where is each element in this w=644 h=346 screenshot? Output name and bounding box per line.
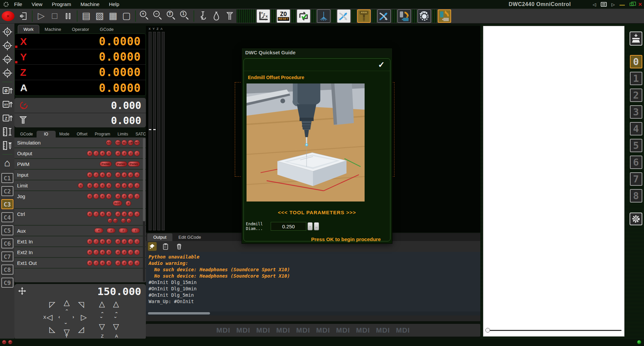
jog-z-step-down-icon[interactable]: › — [101, 315, 103, 320]
endmill-diameter-input[interactable]: 0.250 — [271, 222, 306, 231]
diameter-decrement-button[interactable]: - — [308, 222, 313, 230]
menu-help[interactable]: Help — [104, 0, 124, 9]
jog-se-button[interactable]: ◿ — [78, 326, 84, 333]
jog-a-up-button[interactable]: △ — [113, 300, 119, 308]
sidebar-button-c7[interactable]: C7 — [1, 251, 13, 262]
io-tab-offset[interactable]: Offset — [73, 131, 91, 137]
verify-program-button[interactable] — [297, 9, 310, 23]
jog-step-left-icon[interactable]: ‹ — [58, 314, 60, 319]
dialog-ok-check-icon[interactable]: ✓ — [378, 60, 385, 69]
mdi-button[interactable]: MDI — [276, 326, 290, 334]
jog-sw-button[interactable]: ◺ — [49, 326, 55, 333]
document-scrollbar[interactable] — [486, 330, 622, 331]
touchoff-xy-button[interactable]: XY — [2, 99, 13, 110]
mdi-button[interactable]: MDI — [316, 326, 330, 334]
tab-work[interactable]: Work — [18, 25, 39, 34]
goto-g30-button[interactable]: G30 — [2, 67, 13, 79]
io-tab-limits[interactable]: Limits — [114, 131, 132, 137]
tab-machine[interactable]: Machine — [39, 25, 66, 34]
mdi-button[interactable]: MDI — [336, 326, 350, 334]
io-tab-mode[interactable]: Mode — [56, 131, 73, 137]
dialog-title[interactable]: DWC Quickset Guide — [242, 48, 392, 57]
touchoff-z-button[interactable]: Z — [2, 112, 13, 124]
view-wire-button[interactable]: ▢ — [120, 9, 133, 23]
goto-origin-button[interactable]: O — [2, 26, 13, 38]
nav-forward-icon[interactable]: ▷ — [611, 2, 615, 7]
preset-button-3[interactable]: 3 — [630, 105, 642, 119]
view-side-button[interactable]: ▧ — [93, 9, 106, 23]
jog-step-down-icon[interactable]: › — [65, 321, 67, 326]
preset-button-4[interactable]: 4 — [630, 122, 642, 135]
mdi-button[interactable]: MDI — [256, 326, 270, 334]
view-top-button[interactable]: ▤ — [79, 9, 93, 23]
preset-button-2[interactable]: 2 — [630, 89, 642, 102]
spindle-rotate-button[interactable] — [418, 9, 431, 23]
zoom-in-button[interactable]: + — [138, 9, 151, 23]
menu-machine[interactable]: Machine — [76, 0, 104, 9]
jog-a-down-button[interactable]: ▽ — [113, 323, 119, 331]
preset-button-7[interactable]: 7 — [630, 172, 642, 186]
exit-button[interactable] — [16, 9, 30, 23]
tool-change-button[interactable] — [397, 9, 411, 23]
preset-button-1[interactable]: 1 — [630, 72, 642, 85]
nav-back-icon[interactable]: ◁ — [593, 2, 596, 7]
jog-z-step-up-icon[interactable]: › — [101, 310, 103, 315]
jog-z-down-button[interactable]: ▽ — [99, 323, 105, 331]
home-button[interactable]: ⌂ — [2, 157, 13, 169]
preset-button-6[interactable]: 6 — [630, 156, 642, 169]
sidebar-button-c4[interactable]: C4 — [1, 212, 13, 222]
copy-output-button[interactable] — [161, 242, 170, 251]
coolant-hook-button[interactable] — [196, 9, 210, 23]
jog-east-button[interactable]: ▷ — [81, 313, 87, 321]
sidebar-button-c2[interactable]: C2 — [1, 186, 13, 196]
goto-xyz-button[interactable]: Y Z X — [257, 9, 270, 23]
tab-gcode[interactable]: GCode — [95, 25, 119, 34]
preset-button-8[interactable]: 8 — [630, 189, 642, 203]
mdi-button[interactable]: MDI — [296, 326, 310, 334]
jog-step-up-icon[interactable]: › — [65, 307, 67, 312]
output-tab-edit-gcode[interactable]: Edit GCode — [172, 233, 207, 241]
mdi-button[interactable]: MDI — [396, 326, 410, 334]
laser-pointer-button[interactable] — [317, 9, 330, 23]
sidebar-button-c3[interactable]: C3 — [1, 199, 13, 209]
preset-button-5[interactable]: 5 — [630, 139, 642, 152]
sidebar-button-c8[interactable]: C8 — [1, 265, 13, 275]
jog-west-button[interactable]: ◁ — [47, 313, 53, 321]
sidebar-button-c1[interactable]: C1 — [1, 173, 13, 183]
zoom-fit-button[interactable]: 1 — [178, 9, 192, 23]
close-button[interactable]: × — [638, 1, 642, 7]
jog-ne-button[interactable]: ◹ — [78, 301, 84, 308]
menu-file[interactable]: File — [9, 0, 27, 9]
jog-north-button[interactable]: △ — [64, 299, 70, 306]
io-scrollbar-thumb[interactable] — [143, 138, 145, 221]
tab-operator[interactable]: Operator — [66, 25, 94, 34]
z-zero-reset-button[interactable]: ZO RESET — [277, 9, 290, 23]
menu-program[interactable]: Program — [47, 0, 76, 9]
jog-step-right-icon[interactable]: › — [72, 314, 74, 319]
jog-nw-button[interactable]: ◸ — [49, 301, 55, 308]
zoom-tool-button[interactable]: T — [165, 9, 178, 23]
zoom-out-button[interactable]: − — [151, 9, 165, 23]
endmill-mode-button[interactable] — [357, 9, 371, 23]
layout-panel-icon[interactable] — [601, 2, 607, 7]
io-tab-program[interactable]: Program — [91, 131, 114, 137]
mdi-button[interactable]: MDI — [216, 326, 230, 334]
stop-button[interactable]: □ — [48, 9, 61, 23]
io-tab-io[interactable]: IO — [37, 131, 56, 137]
sidebar-button-c6[interactable]: C6 — [1, 238, 13, 248]
view-mesh-button[interactable]: ▦ — [106, 9, 120, 23]
preset-button-0[interactable]: 0 — [630, 55, 642, 68]
jog-a-step-down-icon[interactable]: › — [115, 315, 117, 320]
diameter-browse-button[interactable]: .. — [314, 222, 319, 230]
goto-xy-zero-button[interactable]: XY — [2, 40, 13, 51]
sidebar-button-c9[interactable]: C9 — [1, 278, 13, 288]
estop-button[interactable]: × — [2, 11, 14, 21]
output-tab-output[interactable]: Output — [147, 233, 172, 241]
tool-screw-button[interactable] — [223, 9, 236, 23]
touchoff-diameter-button[interactable]: Ø — [2, 85, 13, 96]
coolant-drop-button[interactable] — [210, 9, 223, 23]
mdi-button[interactable]: MDI — [236, 326, 251, 334]
pin-output-button[interactable] — [148, 242, 157, 251]
minimize-button[interactable] — [620, 5, 625, 6]
clear-output-button[interactable] — [175, 242, 183, 251]
